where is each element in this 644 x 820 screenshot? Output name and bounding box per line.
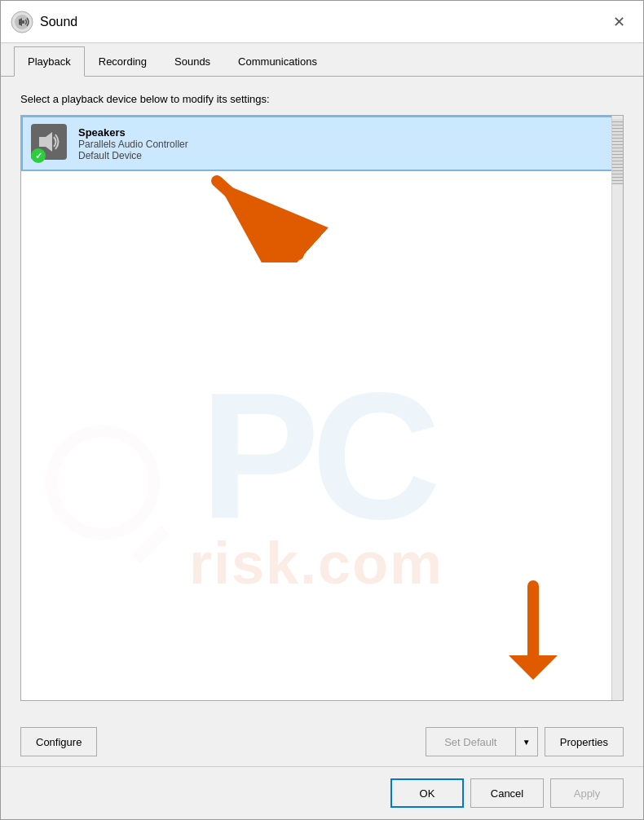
device-status: Default Device <box>78 150 188 161</box>
set-default-wrap: Set Default ▼ <box>426 727 538 756</box>
tab-communications[interactable]: Communications <box>224 46 331 77</box>
device-item-speakers[interactable]: ✓ Speakers Parallels Audio Controller De… <box>21 116 623 171</box>
content-area: Select a playback device below to modify… <box>1 77 643 717</box>
watermark-magnify-icon <box>46 425 160 540</box>
cancel-button[interactable]: Cancel <box>470 778 544 808</box>
apply-button[interactable]: Apply <box>550 778 624 808</box>
sound-dialog: Sound ✕ Playback Recording Sounds Commun… <box>0 0 644 820</box>
svg-rect-3 <box>22 20 24 24</box>
instruction-text: Select a playback device below to modify… <box>20 93 624 105</box>
arrow-annotation-down <box>492 578 574 684</box>
title-bar: Sound ✕ <box>1 1 643 43</box>
tab-sounds[interactable]: Sounds <box>161 46 224 77</box>
final-buttons-row: OK Cancel Apply <box>1 766 643 819</box>
device-list[interactable]: PC risk.com ✓ Speakers Paral <box>20 115 624 701</box>
device-name: Speakers <box>78 126 188 139</box>
properties-button[interactable]: Properties <box>545 727 624 756</box>
window-title: Sound <box>40 15 77 29</box>
set-default-button: Set Default <box>426 727 515 756</box>
scrollbar-thumb <box>612 119 623 184</box>
ok-button[interactable]: OK <box>390 778 464 808</box>
default-check-badge: ✓ <box>31 148 46 163</box>
watermark-risk-text: risk.com <box>189 530 443 597</box>
tab-playback[interactable]: Playback <box>14 46 85 77</box>
svg-marker-8 <box>509 655 558 680</box>
title-bar-left: Sound <box>11 11 77 33</box>
close-button[interactable]: ✕ <box>604 7 633 37</box>
tab-recording[interactable]: Recording <box>85 46 161 77</box>
bottom-buttons-row: Configure Set Default ▼ Properties <box>1 717 643 766</box>
device-icon-wrap: ✓ <box>31 124 70 163</box>
sound-icon <box>11 11 33 33</box>
set-default-dropdown-button[interactable]: ▼ <box>515 727 538 756</box>
watermark-pc-text: PC <box>200 367 433 546</box>
tabs-bar: Playback Recording Sounds Communications <box>1 46 643 77</box>
watermark: PC risk.com <box>21 262 611 700</box>
configure-button[interactable]: Configure <box>20 727 97 756</box>
device-sub: Parallels Audio Controller <box>78 139 188 150</box>
device-info: Speakers Parallels Audio Controller Defa… <box>78 126 188 161</box>
arrow-annotation-up <box>168 165 331 262</box>
scrollbar[interactable] <box>611 116 623 700</box>
